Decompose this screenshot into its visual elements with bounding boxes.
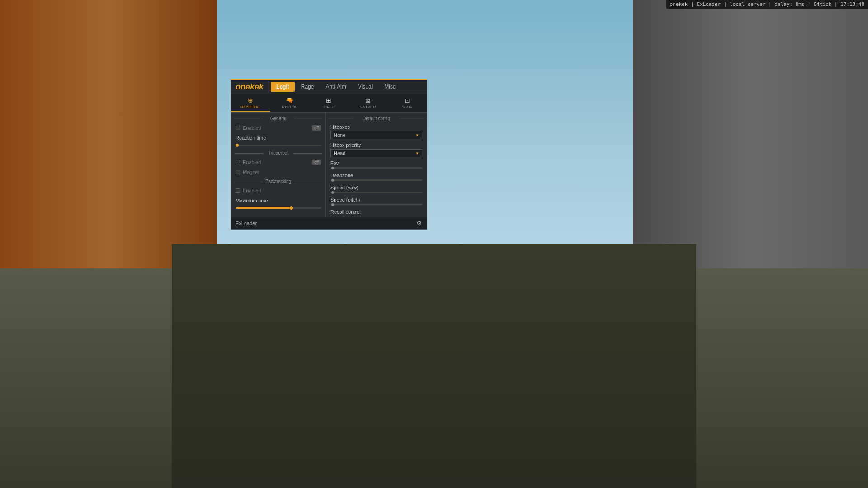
rifle-tab-label: RIFLE [322, 105, 335, 109]
panel-content: General Enabled off Reaction time Trigge… [231, 113, 427, 217]
hitbox-priority-dropdown-row: Head ▼ [326, 148, 427, 159]
game-background [0, 0, 868, 488]
reaction-time-slider[interactable] [231, 143, 326, 149]
rifle-icon: ⊞ [326, 97, 331, 104]
backtracking-section-title: Backtracking [231, 179, 326, 184]
weapon-tab-sniper[interactable]: ⊠ SNIPER [349, 94, 388, 112]
backtracking-enabled-row: Enabled [231, 186, 326, 196]
speed-pitch-label: Speed (pitch) [326, 196, 427, 203]
panel-header: onekek Legit Rage Anti-Aim Visual Misc [231, 80, 427, 94]
tab-visual[interactable]: Visual [353, 82, 378, 92]
triggerbot-enabled-toggle[interactable]: off [312, 160, 321, 165]
weapon-tab-pistol[interactable]: 🔫 PISTOL [270, 94, 310, 112]
pistol-tab-label: PISTOL [282, 105, 297, 109]
deadzone-label: Deadzone [326, 171, 427, 178]
weapon-tab-smg[interactable]: ⊡ SMG [387, 94, 427, 112]
general-enabled-checkbox[interactable] [236, 126, 240, 130]
tab-legit[interactable]: Legit [271, 82, 295, 92]
tab-misc[interactable]: Misc [379, 82, 401, 92]
general-enabled-toggle[interactable]: off [312, 125, 321, 131]
hitbox-priority-dropdown[interactable]: Head ▼ [330, 149, 422, 157]
speed-pitch-slider[interactable] [326, 203, 427, 208]
max-time-label: Maximum time [236, 198, 321, 203]
magnet-checkbox[interactable] [236, 170, 240, 174]
general-enabled-label: Enabled [243, 125, 312, 131]
hitbox-priority-arrow: ▼ [415, 151, 419, 155]
smg-icon: ⊡ [405, 97, 410, 104]
general-section-title: General [231, 116, 326, 121]
right-column: Default config Hitboxes None ▼ Hitbox pr… [326, 113, 427, 217]
weapon-tab-rifle[interactable]: ⊞ RIFLE [309, 94, 349, 112]
left-column: General Enabled off Reaction time Trigge… [231, 113, 326, 217]
nav-tabs: Legit Rage Anti-Aim Visual Misc [271, 82, 401, 92]
weapon-tab-general[interactable]: ⊕ GENERAL [231, 94, 270, 112]
fov-label: Fov [326, 159, 427, 166]
deadzone-slider[interactable] [326, 178, 427, 183]
general-tab-label: GENERAL [240, 105, 261, 109]
backtracking-enabled-label: Enabled [243, 188, 321, 193]
speed-yaw-slider[interactable] [326, 191, 427, 196]
gear-icon[interactable]: ⚙ [416, 220, 422, 227]
hitboxes-value: None [334, 132, 345, 138]
sniper-tab-label: SNIPER [360, 105, 377, 109]
max-time-slider[interactable] [231, 206, 326, 211]
max-time-row: Maximum time [231, 196, 326, 206]
tab-rage[interactable]: Rage [296, 82, 320, 92]
cheat-panel: onekek Legit Rage Anti-Aim Visual Misc ⊕… [231, 79, 427, 230]
panel-logo: onekek [236, 82, 264, 92]
pistol-icon: 🔫 [286, 97, 293, 104]
hitboxes-label: Hitboxes [326, 123, 427, 130]
sniper-icon: ⊠ [365, 97, 371, 104]
magnet-label: Magnet [243, 169, 321, 175]
triggerbot-section-title: Triggerbot [231, 150, 326, 155]
triggerbot-enabled-checkbox[interactable] [236, 160, 240, 164]
default-config-title: Default config [326, 116, 427, 121]
general-icon: ⊕ [248, 97, 253, 104]
recoil-control-label: Recoil control [326, 208, 427, 215]
hitbox-priority-label: Hitbox priority [326, 141, 427, 148]
reaction-time-row: Reaction time [231, 133, 326, 143]
smg-tab-label: SMG [402, 105, 412, 109]
panel-footer: ExLoader ⚙ [231, 217, 427, 229]
status-bar: onekek | ExLoader | local server | delay… [666, 0, 868, 9]
triggerbot-enabled-row: Enabled off [231, 157, 326, 167]
backtracking-enabled-checkbox[interactable] [236, 188, 240, 193]
triggerbot-enabled-label: Enabled [243, 160, 312, 165]
weapon-tabs: ⊕ GENERAL 🔫 PISTOL ⊞ RIFLE ⊠ SNIPER ⊡ SM… [231, 94, 427, 113]
magnet-row: Magnet [231, 167, 326, 177]
footer-label: ExLoader [236, 221, 257, 226]
hitbox-priority-value: Head [334, 150, 345, 156]
fov-slider[interactable] [326, 166, 427, 171]
hitboxes-arrow: ▼ [415, 133, 419, 137]
tab-antiaim[interactable]: Anti-Aim [320, 82, 351, 92]
status-text: onekek | ExLoader | local server | delay… [670, 1, 864, 7]
hitboxes-dropdown-row: None ▼ [326, 130, 427, 141]
reaction-time-label: Reaction time [236, 135, 321, 141]
speed-yaw-label: Speed (yaw) [326, 183, 427, 191]
general-enabled-row: Enabled off [231, 123, 326, 133]
hitboxes-dropdown[interactable]: None ▼ [330, 131, 422, 139]
